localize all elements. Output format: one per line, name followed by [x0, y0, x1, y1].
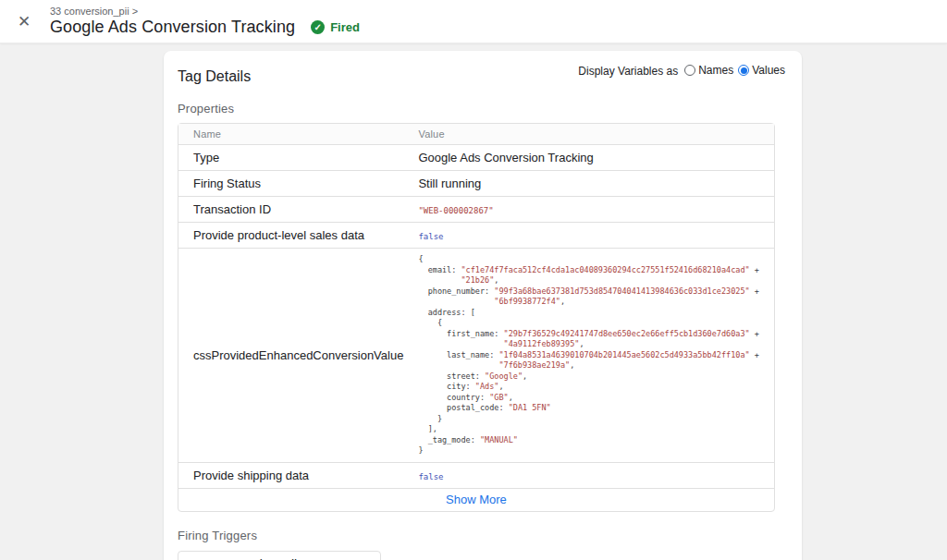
- property-row: TypeGoogle Ads Conversion Tracking: [178, 144, 774, 170]
- column-header-name: Name: [178, 124, 418, 144]
- radio-option-values[interactable]: Values: [738, 64, 785, 77]
- radio-option-names[interactable]: Names: [684, 64, 733, 77]
- property-row: Provide product-level sales datafalse: [178, 222, 774, 248]
- trigger-item-label: conversion_pii: [215, 557, 298, 560]
- close-icon[interactable]: ✕: [13, 10, 35, 32]
- properties-table: Name Value TypeGoogle Ads Conversion Tra…: [178, 123, 775, 512]
- card-header: Tag Details Display Variables as NamesVa…: [178, 62, 785, 85]
- show-more-row: Show More: [178, 488, 774, 511]
- property-value: { email: "cf1e74f7faca512cf4cda1ac040893…: [418, 248, 773, 462]
- status-badge: ✓ Fired: [311, 20, 360, 34]
- properties-heading: Properties: [178, 102, 785, 116]
- property-value: false: [418, 462, 773, 488]
- top-bar: ✕ 33 conversion_pii > Google Ads Convers…: [0, 0, 947, 43]
- page-title: Google Ads Conversion Tracking: [50, 18, 295, 37]
- radio-option-label: Names: [698, 64, 733, 77]
- firing-triggers-heading: Firing Triggers: [178, 529, 785, 542]
- property-value: Google Ads Conversion Tracking: [418, 144, 773, 170]
- trigger-item[interactable]: ✓conversion_pii: [178, 552, 380, 560]
- property-value: false: [418, 222, 773, 248]
- property-value: Still running: [418, 170, 773, 196]
- trigger-fired-check-icon: ✓: [192, 557, 203, 560]
- breadcrumb[interactable]: 33 conversion_pii >: [50, 6, 360, 17]
- radio-selected-icon[interactable]: [738, 65, 749, 76]
- property-name: Provide shipping data: [178, 462, 418, 488]
- display-variables-control: Display Variables as NamesValues: [578, 64, 785, 79]
- property-row: Firing StatusStill running: [178, 170, 774, 196]
- property-name: Firing Status: [178, 170, 418, 196]
- properties-table-body: TypeGoogle Ads Conversion TrackingFiring…: [178, 144, 774, 488]
- firing-triggers-list: ✓conversion_pii: [178, 551, 381, 560]
- property-name: cssProvidedEnhancedConversionValue: [178, 248, 418, 462]
- json-code-block: { email: "cf1e74f7faca512cf4cda1ac040893…: [418, 254, 758, 457]
- tag-details-card: Tag Details Display Variables as NamesVa…: [164, 51, 802, 560]
- header-text-block: 33 conversion_pii > Google Ads Conversio…: [50, 6, 360, 37]
- display-variables-options: NamesValues: [680, 64, 785, 79]
- property-name: Provide product-level sales data: [178, 222, 418, 248]
- status-badge-label: Fired: [330, 20, 360, 34]
- fired-check-icon: ✓: [311, 20, 325, 34]
- property-row: Provide shipping datafalse: [178, 462, 774, 488]
- radio-option-label: Values: [752, 64, 785, 77]
- property-name: Transaction ID: [178, 196, 418, 222]
- property-name: Type: [178, 144, 418, 170]
- card-title: Tag Details: [178, 68, 251, 85]
- property-row: cssProvidedEnhancedConversionValue{ emai…: [178, 248, 774, 462]
- property-value: "WEB-000002867": [418, 196, 773, 222]
- radio-unselected-icon[interactable]: [684, 65, 695, 76]
- property-row: Transaction ID"WEB-000002867": [178, 196, 774, 222]
- column-header-value: Value: [418, 124, 773, 144]
- properties-table-header-row: Name Value: [178, 124, 774, 144]
- display-variables-label: Display Variables as: [578, 65, 678, 78]
- show-more-link[interactable]: Show More: [178, 488, 774, 511]
